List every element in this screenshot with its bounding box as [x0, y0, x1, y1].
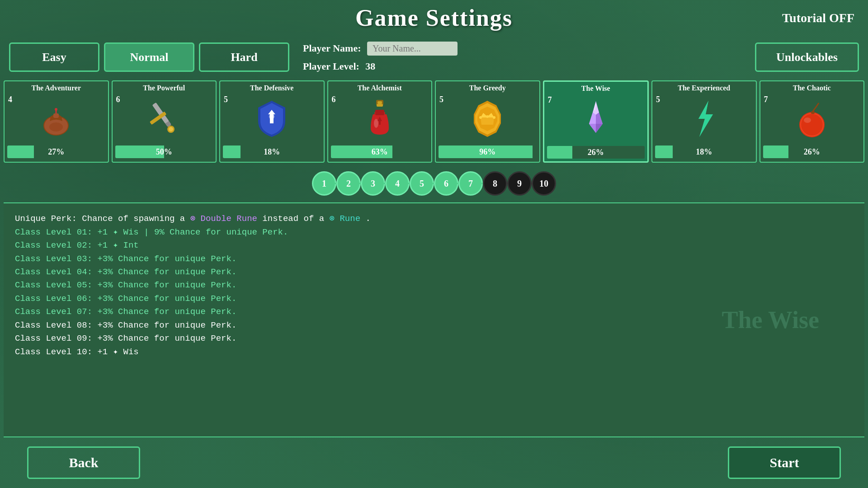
level-03-text: +3% Chance for unique Perk.	[97, 254, 236, 264]
level-dot-3[interactable]: 3	[361, 171, 385, 196]
level-10-label: Class Level 10:	[15, 347, 97, 357]
level-09-label: Class Level 09:	[15, 333, 97, 343]
level-dot-10[interactable]: 10	[532, 171, 556, 196]
rune-highlight: Rune	[340, 214, 360, 224]
difficulty-normal-button[interactable]: Normal	[104, 42, 194, 72]
alchemist-icon	[362, 99, 398, 139]
level-dot-2[interactable]: 2	[336, 171, 361, 196]
class-progress-powerful: 50%	[115, 145, 213, 158]
difficulty-easy-button[interactable]: Easy	[9, 42, 99, 72]
level-dot-7[interactable]: 7	[458, 171, 483, 196]
class-level-greedy: 5	[439, 95, 443, 104]
svg-marker-31	[589, 113, 596, 124]
svg-point-5	[49, 122, 63, 131]
svg-rect-15	[377, 104, 383, 107]
class-progress-alchemist: 63%	[331, 145, 429, 158]
player-level-label: Player Level:	[303, 61, 359, 72]
desc-level-09: Class Level 09: +3% Chance for unique Pe…	[15, 332, 853, 345]
svg-marker-30	[596, 113, 603, 124]
page-title: Game Settings	[355, 5, 513, 31]
level-03-label: Class Level 03:	[15, 254, 97, 264]
level-dot-9[interactable]: 9	[507, 171, 532, 196]
svg-rect-40	[811, 111, 815, 114]
level-dot-4[interactable]: 4	[385, 171, 410, 196]
level-08-text: +3% Chance for unique Perk.	[97, 320, 236, 330]
level-dot-5[interactable]: 5	[410, 171, 434, 196]
wise-icon	[580, 99, 612, 140]
unique-perk-suffix: .	[365, 214, 370, 224]
svg-marker-32	[596, 124, 603, 133]
svg-point-4	[55, 108, 57, 111]
class-level-alchemist: 6	[332, 95, 336, 104]
level-05-text: +3% Chance for unique Perk.	[97, 280, 236, 290]
class-card-powerful[interactable]: The Powerful 6 50%	[112, 80, 217, 163]
level-dot-8[interactable]: 8	[483, 171, 507, 196]
class-level-defensive: 5	[224, 95, 228, 104]
class-card-experienced[interactable]: The Experienced 5 18%	[651, 80, 757, 163]
level-06-text: +3% Chance for unique Perk.	[97, 294, 236, 304]
svg-point-17	[374, 119, 378, 128]
level-08-label: Class Level 08:	[15, 320, 97, 330]
class-name-wise: The Wise	[547, 84, 645, 93]
player-name-input[interactable]	[367, 42, 458, 56]
class-card-adventurer[interactable]: The Adventurer 4 27%	[4, 80, 109, 163]
svg-rect-19	[379, 121, 381, 125]
adventurer-icon	[38, 101, 74, 137]
class-level-wise: 7	[548, 95, 552, 105]
svg-rect-2	[53, 113, 59, 118]
back-button[interactable]: Back	[27, 446, 140, 479]
class-progress-wise: 26%	[547, 146, 645, 159]
difficulty-hard-button[interactable]: Hard	[199, 42, 289, 72]
level-10-text: +1 ✦ Wis	[97, 347, 138, 357]
class-progress-adventurer: 27%	[7, 145, 105, 158]
class-card-defensive[interactable]: The Defensive 5 18%	[219, 80, 325, 163]
desc-level-06: Class Level 06: +3% Chance for unique Pe…	[15, 292, 853, 305]
class-progress-experienced: 18%	[655, 145, 753, 158]
level-07-text: +3% Chance for unique Perk.	[97, 307, 236, 317]
class-name-adventurer: The Adventurer	[7, 84, 105, 92]
desc-level-08: Class Level 08: +3% Chance for unique Pe…	[15, 319, 853, 332]
start-button[interactable]: Start	[728, 446, 841, 479]
class-progress-chaotic: 26%	[763, 145, 861, 158]
svg-rect-16	[375, 110, 384, 115]
class-icon-area-experienced	[655, 94, 753, 144]
class-icon-area-adventurer	[7, 94, 105, 144]
desc-level-07: Class Level 07: +3% Chance for unique Pe…	[15, 305, 853, 319]
desc-level-03: Class Level 03: +3% Chance for unique Pe…	[15, 253, 853, 266]
level-dot-1[interactable]: 1	[312, 171, 336, 196]
unlockables-button[interactable]: Unlockables	[755, 42, 859, 72]
svg-point-12	[269, 114, 274, 119]
class-name-greedy: The Greedy	[439, 84, 537, 92]
class-name-defensive: The Defensive	[223, 84, 321, 92]
level-05-label: Class Level 05:	[15, 280, 97, 290]
class-level-adventurer: 4	[8, 95, 12, 104]
classes-row: The Adventurer 4 27% The Powerfu	[0, 79, 868, 164]
player-name-row: Player Name:	[303, 39, 458, 57]
unique-perk-mid: instead of a	[262, 214, 329, 224]
class-card-greedy[interactable]: The Greedy 5 96%	[435, 80, 540, 163]
svg-rect-14	[377, 101, 382, 104]
level-01-label: Class Level 01:	[15, 227, 97, 237]
level-01-text: +1 ✦ Wis | 9% Chance for unique Perk.	[97, 227, 288, 237]
tutorial-toggle-button[interactable]: Tutorial OFF	[782, 11, 854, 25]
difficulty-row: Easy Normal Hard Player Name: Player Lev…	[0, 36, 868, 79]
level-dot-6[interactable]: 6	[434, 171, 458, 196]
class-icon-area-defensive	[223, 94, 321, 144]
desc-level-05: Class Level 05: +3% Chance for unique Pe…	[15, 279, 853, 292]
class-name-chaotic: The Chaotic	[763, 84, 861, 92]
experienced-icon	[686, 99, 722, 139]
chaotic-icon	[794, 99, 830, 139]
level-dots-row: 1 2 3 4 5 6 7 8 9 10	[0, 164, 868, 202]
bottom-bar: Back Start	[0, 437, 868, 488]
player-name-label: Player Name:	[303, 42, 361, 54]
class-card-wise[interactable]: The Wise 7 26%	[543, 80, 649, 163]
desc-level-10: Class Level 10: +1 ✦ Wis	[15, 346, 853, 359]
level-04-label: Class Level 04:	[15, 267, 97, 277]
class-icon-area-powerful	[115, 94, 213, 144]
level-02-text: +1 ✦ Int	[97, 240, 138, 250]
svg-point-25	[479, 116, 482, 119]
desc-level-02: Class Level 02: +1 ✦ Int	[15, 239, 853, 252]
class-card-alchemist[interactable]: The Alchemist 6	[327, 80, 433, 163]
class-card-chaotic[interactable]: The Chaotic 7 26%	[760, 80, 865, 163]
class-level-chaotic: 7	[764, 95, 768, 104]
